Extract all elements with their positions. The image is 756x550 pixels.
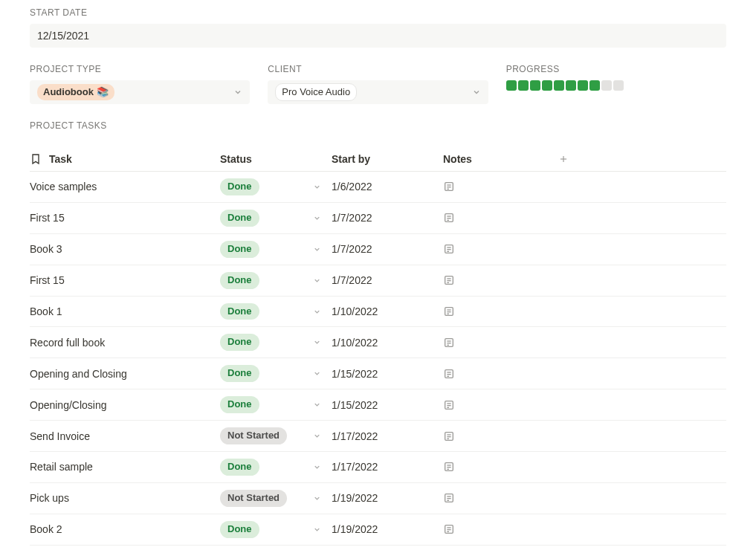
task-name: Voice samples [30, 181, 97, 192]
progress-cell [613, 80, 624, 91]
status-badge[interactable]: Done [220, 272, 259, 289]
table-row[interactable]: Voice samplesDone1/6/2022 [30, 172, 726, 203]
task-name: Opening and Closing [30, 368, 127, 380]
table-row[interactable]: Book 1Done1/10/2022 [30, 297, 726, 328]
chevron-down-icon[interactable] [313, 214, 321, 222]
progress-cell [578, 80, 588, 91]
status-badge[interactable]: Done [220, 210, 259, 227]
status-badge[interactable]: Done [220, 178, 259, 195]
note-icon[interactable] [443, 492, 455, 504]
progress-cell [542, 80, 552, 91]
note-icon[interactable] [443, 181, 455, 192]
chevron-down-icon[interactable] [313, 369, 321, 378]
progress-cell [530, 80, 540, 91]
status-badge[interactable]: Done [220, 303, 259, 320]
start-by-value: 1/10/2022 [332, 337, 378, 349]
task-name: Retail sample [30, 461, 93, 473]
chevron-down-icon[interactable] [313, 308, 321, 316]
books-icon: 📚 [97, 85, 109, 99]
table-row[interactable]: Pick upsNot Started1/19/2022 [30, 483, 726, 514]
task-name: Opening/Closing [30, 399, 107, 411]
chevron-down-icon[interactable] [313, 432, 321, 440]
task-name: Book 2 [30, 523, 62, 535]
table-row[interactable]: Record full bookDone1/10/2022 [30, 327, 726, 358]
status-badge[interactable]: Done [220, 241, 259, 258]
tasks-header: Task Status Start by Notes [30, 147, 726, 172]
task-name: Book 1 [30, 305, 62, 317]
chevron-down-icon[interactable] [313, 494, 321, 502]
table-row[interactable]: First 15Done1/7/2022 [30, 265, 726, 297]
status-badge[interactable]: Not Started [220, 427, 287, 444]
task-name: First 15 [30, 212, 65, 224]
start-by-value: 1/17/2022 [332, 461, 378, 473]
task-name: Book 3 [30, 243, 62, 255]
note-icon[interactable] [443, 368, 455, 380]
start-by-value: 1/7/2022 [332, 274, 372, 286]
col-status-header: Status [220, 153, 252, 165]
table-row[interactable]: Opening/ClosingDone1/15/2022 [30, 389, 726, 421]
note-icon[interactable] [443, 305, 455, 317]
chevron-down-icon[interactable] [313, 525, 321, 534]
status-badge[interactable]: Not Started [220, 490, 287, 507]
progress-cell [566, 80, 576, 91]
table-row[interactable]: Send InvoiceNot Started1/17/2022 [30, 421, 726, 452]
table-row[interactable]: Book 3Done1/7/2022 [30, 234, 726, 265]
col-notes-header: Notes [443, 153, 472, 165]
chevron-down-icon[interactable] [313, 401, 321, 409]
bookmark-icon [30, 153, 42, 165]
start-by-value: 1/19/2022 [332, 492, 378, 504]
table-row[interactable]: Book 2Done1/19/2022 [30, 514, 726, 546]
client-label: CLIENT [268, 64, 488, 74]
client-select[interactable]: Pro Voice Audio [268, 80, 488, 104]
project-tasks-label: PROJECT TASKS [30, 120, 726, 131]
start-by-value: 1/10/2022 [332, 305, 378, 317]
start-date-input[interactable] [30, 24, 726, 48]
task-name: Pick ups [30, 492, 69, 504]
task-name: Send Invoice [30, 430, 90, 442]
chevron-down-icon [472, 88, 481, 97]
chevron-down-icon[interactable] [313, 245, 321, 253]
task-name: Record full book [30, 337, 105, 349]
progress-cell [506, 80, 517, 91]
project-type-value: Audiobook [43, 85, 94, 99]
start-by-value: 1/15/2022 [332, 399, 378, 411]
start-by-value: 1/19/2022 [332, 523, 378, 535]
note-icon[interactable] [443, 274, 455, 286]
start-by-value: 1/7/2022 [332, 212, 372, 224]
status-badge[interactable]: Done [220, 396, 259, 413]
note-icon[interactable] [443, 399, 455, 411]
col-startby-header: Start by [332, 153, 370, 165]
progress-label: PROGRESS [506, 64, 726, 74]
note-icon[interactable] [443, 523, 455, 535]
add-row-button[interactable] [30, 546, 726, 550]
note-icon[interactable] [443, 337, 455, 349]
table-row[interactable]: First 15Done1/7/2022 [30, 203, 726, 234]
client-value: Pro Voice Audio [275, 83, 357, 101]
note-icon[interactable] [443, 461, 455, 473]
chevron-down-icon[interactable] [313, 276, 321, 285]
table-row[interactable]: Retail sampleDone1/17/2022 [30, 452, 726, 483]
start-date-label: START DATE [30, 7, 726, 18]
task-name: First 15 [30, 274, 65, 286]
status-badge[interactable]: Done [220, 521, 259, 538]
note-icon[interactable] [443, 430, 455, 442]
chevron-down-icon [233, 88, 242, 97]
progress-bar [506, 80, 726, 91]
status-badge[interactable]: Done [220, 334, 259, 351]
chevron-down-icon[interactable] [313, 338, 321, 346]
progress-cell [589, 80, 600, 91]
col-task-header: Task [49, 153, 72, 165]
status-badge[interactable]: Done [220, 365, 259, 382]
start-by-value: 1/17/2022 [332, 430, 378, 442]
note-icon[interactable] [443, 212, 455, 224]
start-by-value: 1/15/2022 [332, 368, 378, 380]
note-icon[interactable] [443, 243, 455, 255]
project-type-label: PROJECT TYPE [30, 64, 250, 74]
chevron-down-icon[interactable] [313, 463, 321, 471]
table-row[interactable]: Opening and ClosingDone1/15/2022 [30, 358, 726, 389]
add-column-button[interactable] [555, 154, 572, 164]
start-by-value: 1/6/2022 [332, 181, 372, 192]
chevron-down-icon[interactable] [313, 183, 321, 191]
project-type-select[interactable]: Audiobook 📚 [30, 80, 250, 104]
status-badge[interactable]: Done [220, 459, 259, 476]
